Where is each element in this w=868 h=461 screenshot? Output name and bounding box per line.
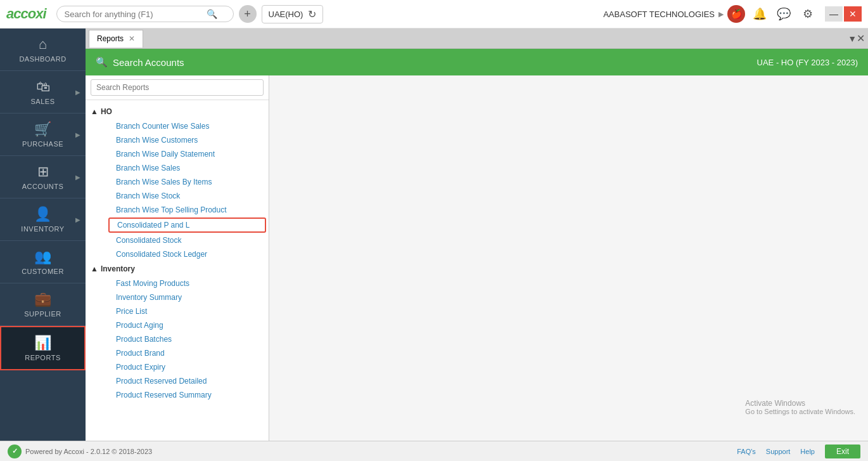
right-panel: Activate Windows Go to Settings to activ…	[269, 75, 868, 441]
tree-item-product-reserved-detailed[interactable]: Product Reserved Detailed	[106, 374, 269, 388]
purchase-arrow: ▶	[75, 131, 80, 138]
tree-item-branch-wise-daily-statement[interactable]: Branch Wise Daily Statement	[106, 147, 269, 161]
tree-item-consolidated-stock[interactable]: Consolidated Stock	[106, 233, 269, 247]
green-header-left: 🔍 Search Accounts	[96, 56, 184, 68]
inventory-tree-arrow: ▲	[91, 264, 98, 273]
sidebar-label-customer: CUSTOMER	[22, 268, 64, 275]
tree-item-branch-wise-top-selling[interactable]: Branch Wise Top Selling Product	[106, 203, 269, 217]
sidebar-label-dashboard: DASHBOARD	[19, 55, 66, 63]
tree-item-product-expiry[interactable]: Product Expiry	[106, 360, 269, 374]
sidebar-label-accounts: ACCOUNTS	[22, 183, 64, 190]
watermark-line1: Activate Windows	[745, 399, 855, 408]
supplier-icon: 💼	[34, 291, 51, 308]
tree-item-fast-moving[interactable]: Fast Moving Products	[106, 276, 269, 290]
inventory-items: Fast Moving Products Inventory Summary P…	[86, 276, 269, 402]
top-icons: 🔔 💬 ⚙	[750, 4, 817, 23]
tree-item-product-aging[interactable]: Product Aging	[106, 318, 269, 332]
tree-group-ho[interactable]: ▲ HO	[86, 104, 269, 119]
notifications-button[interactable]: 🔔	[750, 4, 769, 23]
tree-item-price-list[interactable]: Price List	[106, 304, 269, 318]
tab-bar: Reports ✕ ▼ ✕	[86, 29, 868, 49]
tree-item-branch-wise-sales[interactable]: Branch Wise Sales	[106, 161, 269, 175]
branch-selector[interactable]: UAE(HO) ↻	[262, 5, 324, 23]
inventory-label: Inventory	[101, 264, 135, 273]
green-header-right: UAE - HO (FY 2023 - 2023)	[757, 58, 858, 67]
customer-icon: 👥	[34, 249, 51, 265]
search-reports-container[interactable]	[86, 75, 269, 100]
tree-item-consolidated-pl[interactable]: Consolidated P and L	[108, 218, 266, 233]
global-search-bar[interactable]: 🔍	[56, 6, 234, 22]
sidebar-item-dashboard[interactable]: ⌂ DASHBOARD	[0, 29, 86, 71]
sales-arrow: ▶	[75, 89, 80, 96]
window-controls: — ✕	[825, 6, 862, 22]
sidebar-label-supplier: SUPPLIER	[24, 310, 61, 318]
inventory-arrow: ▶	[75, 216, 80, 223]
branch-label: UAE(HO)	[269, 10, 303, 19]
accounts-arrow: ▶	[75, 174, 80, 181]
main-layout: ⌂ DASHBOARD 🛍 SALES ▶ 🛒 PURCHASE ▶ ⊞ ACC…	[0, 29, 868, 441]
tree-group-inventory[interactable]: ▲ Inventory	[86, 261, 269, 276]
sidebar-item-accounts[interactable]: ⊞ ACCOUNTS ▶	[0, 156, 86, 198]
tree-item-consolidated-stock-ledger[interactable]: Consolidated Stock Ledger	[106, 247, 269, 261]
tab-dropdown-button[interactable]: ▼	[848, 34, 857, 44]
sidebar-item-customer[interactable]: 👥 CUSTOMER	[0, 241, 86, 283]
refresh-button[interactable]: ↻	[308, 8, 316, 20]
activate-watermark: Activate Windows Go to Settings to activ…	[745, 399, 855, 415]
support-link[interactable]: Support	[766, 448, 791, 455]
tab-label-reports: Reports	[97, 34, 124, 43]
search-reports-input[interactable]	[91, 79, 264, 96]
company-text: AABASOFT TECHNOLOGIES	[603, 10, 715, 19]
top-bar: accoxi 🔍 + UAE(HO) ↻ AABASOFT TECHNOLOGI…	[0, 0, 868, 29]
reports-icon: 📊	[34, 335, 51, 351]
green-header-title: Search Accounts	[113, 57, 184, 68]
settings-button[interactable]: ⚙	[798, 4, 817, 23]
footer-logo: ✓	[8, 445, 22, 458]
reports-tab[interactable]: Reports ✕	[89, 30, 143, 48]
sidebar-item-sales[interactable]: 🛍 SALES ▶	[0, 71, 86, 114]
sidebar-item-supplier[interactable]: 💼 SUPPLIER	[0, 283, 86, 326]
help-link[interactable]: Help	[800, 448, 815, 455]
faqs-link[interactable]: FAQ's	[737, 448, 756, 455]
close-tab-reports[interactable]: ✕	[129, 34, 135, 43]
powered-by-text: Powered by Accoxi - 2.0.12 © 2018-2023	[25, 448, 152, 455]
tree-area: ▲ HO Branch Counter Wise Sales Branch Wi…	[86, 100, 269, 441]
sidebar-label-purchase: PURCHASE	[22, 140, 63, 148]
sales-icon: 🛍	[36, 79, 50, 95]
content-area: Reports ✕ ▼ ✕ 🔍 Search Accounts UAE - HO…	[86, 29, 868, 441]
sidebar: ⌂ DASHBOARD 🛍 SALES ▶ 🛒 PURCHASE ▶ ⊞ ACC…	[0, 29, 86, 441]
footer-right: FAQ's Support Help Exit	[737, 445, 860, 458]
app-logo: accoxi	[6, 6, 46, 22]
tree-item-branch-wise-stock[interactable]: Branch Wise Stock	[106, 189, 269, 203]
tree-item-branch-wise-sales-by-items[interactable]: Branch Wise Sales By Items	[106, 175, 269, 189]
close-button[interactable]: ✕	[844, 6, 862, 22]
watermark-line2: Go to Settings to activate Windows.	[745, 408, 855, 415]
sidebar-label-inventory: INVENTORY	[21, 225, 64, 233]
tree-item-inventory-summary[interactable]: Inventory Summary	[106, 290, 269, 304]
sidebar-label-sales: SALES	[31, 98, 55, 105]
tree-item-product-batches[interactable]: Product Batches	[106, 332, 269, 346]
tab-close-all-button[interactable]: ✕	[857, 32, 865, 44]
sidebar-item-inventory[interactable]: 👤 INVENTORY ▶	[0, 198, 86, 241]
tree-item-branch-counter-wise-sales[interactable]: Branch Counter Wise Sales	[106, 119, 269, 133]
reports-panel: 🔍 Search Accounts UAE - HO (FY 2023 - 20…	[86, 49, 868, 441]
inventory-icon: 👤	[34, 206, 51, 223]
ho-items: Branch Counter Wise Sales Branch Wise Cu…	[86, 119, 269, 261]
ho-arrow: ▲	[91, 107, 98, 116]
global-search-input[interactable]	[65, 10, 204, 19]
sidebar-label-reports: REPORTS	[25, 354, 60, 361]
exit-button[interactable]: Exit	[825, 445, 860, 458]
tree-item-product-brand[interactable]: Product Brand	[106, 346, 269, 360]
tree-item-product-reserved-summary[interactable]: Product Reserved Summary	[106, 388, 269, 402]
tree-item-branch-wise-customers[interactable]: Branch Wise Customers	[106, 133, 269, 147]
footer: ✓ Powered by Accoxi - 2.0.12 © 2018-2023…	[0, 441, 868, 461]
global-search-icon: 🔍	[207, 9, 217, 19]
accounts-icon: ⊞	[37, 164, 49, 180]
messages-button[interactable]: 💬	[774, 4, 793, 23]
minimize-button[interactable]: —	[825, 6, 843, 22]
add-button[interactable]: +	[239, 5, 257, 23]
sidebar-item-purchase[interactable]: 🛒 PURCHASE ▶	[0, 114, 86, 156]
reports-content: ▲ HO Branch Counter Wise Sales Branch Wi…	[86, 75, 868, 441]
company-name: AABASOFT TECHNOLOGIES ▶ 🍎	[603, 5, 745, 23]
green-header: 🔍 Search Accounts UAE - HO (FY 2023 - 20…	[86, 49, 868, 75]
sidebar-item-reports[interactable]: 📊 REPORTS	[0, 326, 86, 370]
